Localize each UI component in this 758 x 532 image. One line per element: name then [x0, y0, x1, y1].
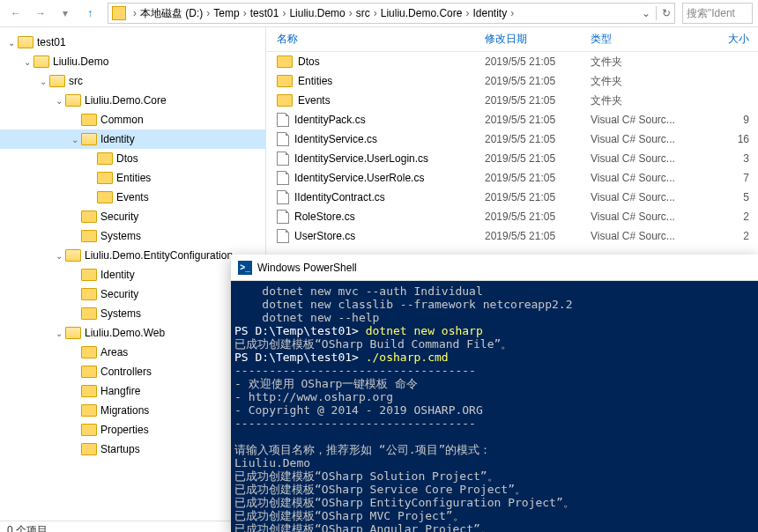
folder-icon: [81, 133, 97, 145]
chevron-down-icon[interactable]: ⌄: [37, 77, 49, 86]
chevron-down-icon[interactable]: ⌄: [53, 251, 65, 261]
breadcrumb-part[interactable]: Temp: [213, 7, 239, 19]
file-date: 2019/5/5 21:05: [485, 191, 591, 203]
list-item[interactable]: IdentityPack.cs2019/5/5 21:05Visual C# S…: [266, 110, 758, 129]
tree-item[interactable]: ⌄Identity: [0, 129, 265, 149]
folder-tree[interactable]: ⌄test01⌄Liuliu.Demo⌄src⌄Liuliu.Demo.Core…: [0, 27, 266, 521]
tree-item[interactable]: Identity: [0, 265, 265, 284]
tree-item[interactable]: ⌄Liuliu.Demo.EntityConfiguration: [0, 246, 265, 265]
tree-item[interactable]: Controllers: [0, 362, 265, 381]
chevron-down-icon[interactable]: ⌄: [53, 96, 65, 106]
tree-label: Liuliu.Demo.Web: [85, 327, 165, 339]
list-item[interactable]: IdentityService.UserRole.cs2019/5/5 21:0…: [266, 168, 758, 188]
tree-item[interactable]: Entities: [0, 168, 265, 188]
tree-item[interactable]: ⌄src: [0, 71, 265, 91]
folder-icon: [33, 55, 49, 68]
tree-item[interactable]: Systems: [0, 304, 265, 323]
breadcrumb-part[interactable]: 本地磁盘 (D:): [140, 7, 203, 19]
tree-item[interactable]: Common: [0, 110, 265, 129]
file-size: 16: [703, 133, 756, 145]
tree-label: Hangfire: [100, 385, 140, 397]
list-header[interactable]: 名称 修改日期 类型 大小: [266, 27, 758, 52]
file-name: Events: [298, 94, 331, 107]
col-type[interactable]: 类型: [591, 32, 703, 47]
col-name[interactable]: 名称: [277, 32, 485, 47]
file-size: 7: [703, 172, 756, 184]
breadcrumb-part[interactable]: src: [356, 7, 370, 19]
breadcrumb-part[interactable]: test01: [250, 7, 279, 19]
folder-icon: [49, 75, 65, 87]
up-button[interactable]: ↑: [79, 3, 100, 24]
tree-label: Entities: [116, 172, 151, 184]
file-size: 5: [703, 191, 756, 203]
powershell-window[interactable]: >_ Windows PowerShell dotnet new mvc --a…: [231, 255, 758, 532]
file-type: Visual C# Sourc...: [591, 191, 703, 203]
tree-item[interactable]: Properties: [0, 420, 265, 440]
chevron-right-icon: ›: [240, 7, 250, 19]
list-item[interactable]: IIdentityContract.cs2019/5/5 21:05Visual…: [266, 188, 758, 207]
list-item[interactable]: Events2019/5/5 21:05文件夹: [266, 91, 758, 110]
list-item[interactable]: Entities2019/5/5 21:05文件夹: [266, 71, 758, 91]
file-type: 文件夹: [591, 74, 703, 89]
file-date: 2019/5/5 21:05: [485, 114, 591, 126]
list-item[interactable]: RoleStore.cs2019/5/5 21:05Visual C# Sour…: [266, 207, 758, 226]
folder-icon: [112, 6, 126, 20]
file-date: 2019/5/5 21:05: [485, 152, 591, 165]
file-icon: [277, 151, 289, 166]
file-size: 2: [703, 230, 756, 242]
tree-item[interactable]: ⌄Liuliu.Demo: [0, 52, 265, 71]
refresh-icon[interactable]: ↻: [662, 7, 671, 19]
chevron-right-icon: ›: [507, 7, 517, 19]
tree-label: Migrations: [100, 404, 149, 417]
tree-item[interactable]: Systems: [0, 226, 265, 246]
tree-label: Security: [100, 211, 138, 223]
chevron-down-icon[interactable]: ⌄: [69, 135, 81, 144]
list-item[interactable]: IdentityService.UserLogin.cs2019/5/5 21:…: [266, 149, 758, 168]
chevron-down-icon[interactable]: ⌄: [21, 57, 33, 67]
folder-icon: [65, 94, 81, 107]
tree-item[interactable]: ⌄test01: [0, 33, 265, 52]
chevron-down-icon[interactable]: ⌄: [53, 329, 65, 338]
folder-icon: [81, 366, 97, 378]
back-button[interactable]: ←: [5, 3, 26, 24]
search-input[interactable]: 搜索"Ident: [682, 3, 753, 24]
file-type: Visual C# Sourc...: [591, 133, 703, 145]
chevron-down-icon[interactable]: ⌄: [5, 38, 18, 48]
list-item[interactable]: Dtos2019/5/5 21:05文件夹: [266, 52, 758, 71]
file-type: 文件夹: [591, 93, 703, 108]
tree-item[interactable]: ⌄Liuliu.Demo.Core: [0, 91, 265, 110]
tree-item[interactable]: Areas: [0, 343, 265, 362]
chevron-down-icon[interactable]: ⌄: [642, 7, 650, 19]
list-item[interactable]: UserStore.cs2019/5/5 21:05Visual C# Sour…: [266, 226, 758, 246]
file-date: 2019/5/5 21:05: [485, 94, 591, 107]
col-date[interactable]: 修改日期: [485, 32, 591, 47]
tree-item[interactable]: Dtos: [0, 149, 265, 168]
col-size[interactable]: 大小: [703, 32, 756, 47]
folder-icon: [18, 36, 33, 48]
address-bar[interactable]: › 本地磁盘 (D:)›Temp›test01›Liuliu.Demo›src›…: [108, 3, 675, 24]
tree-item[interactable]: Security: [0, 207, 265, 226]
tree-item[interactable]: Events: [0, 188, 265, 207]
chevron-right-icon: ›: [203, 7, 213, 19]
tree-label: Liuliu.Demo: [53, 55, 108, 68]
recent-drop[interactable]: ▾: [55, 3, 76, 24]
breadcrumb-part[interactable]: Liuliu.Demo.Core: [381, 7, 463, 19]
list-item[interactable]: IdentityService.cs2019/5/5 21:05Visual C…: [266, 129, 758, 149]
forward-button[interactable]: →: [30, 3, 51, 24]
tree-item[interactable]: ⌄Liuliu.Demo.Web: [0, 323, 265, 343]
folder-icon: [81, 385, 97, 397]
tree-item[interactable]: Hangfire: [0, 381, 265, 401]
file-date: 2019/5/5 21:05: [485, 230, 591, 242]
powershell-titlebar[interactable]: >_ Windows PowerShell: [231, 255, 758, 281]
chevron-right-icon: ›: [279, 7, 289, 19]
breadcrumb-part[interactable]: Liuliu.Demo: [289, 7, 345, 19]
tree-item[interactable]: Security: [0, 284, 265, 304]
folder-icon: [97, 191, 113, 203]
file-type: Visual C# Sourc...: [591, 152, 703, 165]
file-icon: [277, 132, 289, 146]
tree-item[interactable]: Migrations: [0, 401, 265, 420]
breadcrumb-part[interactable]: Identity: [472, 7, 507, 19]
tree-item[interactable]: Startups: [0, 440, 265, 459]
file-date: 2019/5/5 21:05: [485, 133, 591, 145]
powershell-console[interactable]: dotnet new mvc --auth Individual dotnet …: [231, 281, 758, 532]
